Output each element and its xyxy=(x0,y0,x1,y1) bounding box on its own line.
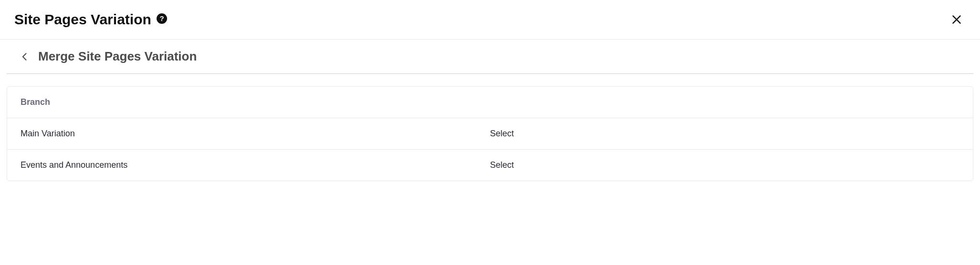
branch-panel: Branch Main Variation Select Events and … xyxy=(7,86,973,181)
modal-header: Site Pages Variation ? xyxy=(0,0,980,40)
select-button[interactable]: Select xyxy=(490,129,514,139)
sub-title: Merge Site Pages Variation xyxy=(38,49,197,64)
modal-title-wrap: Site Pages Variation ? xyxy=(14,11,168,28)
select-button[interactable]: Select xyxy=(490,160,514,170)
modal-title: Site Pages Variation xyxy=(14,11,151,28)
back-button[interactable] xyxy=(18,50,32,63)
sub-header: Merge Site Pages Variation xyxy=(7,40,973,74)
branch-name: Main Variation xyxy=(21,129,490,139)
branch-name: Events and Announcements xyxy=(21,160,490,170)
branch-action-cell: Select xyxy=(490,129,960,139)
close-button[interactable] xyxy=(948,10,966,29)
content-area: Branch Main Variation Select Events and … xyxy=(0,74,980,181)
panel-column-header: Branch xyxy=(7,87,973,118)
table-row: Events and Announcements Select xyxy=(7,150,973,181)
help-icon[interactable]: ? xyxy=(156,13,168,26)
branch-action-cell: Select xyxy=(490,160,960,170)
table-row: Main Variation Select xyxy=(7,118,973,150)
chevron-left-icon xyxy=(20,52,30,61)
close-icon xyxy=(950,13,963,26)
svg-text:?: ? xyxy=(159,14,164,22)
